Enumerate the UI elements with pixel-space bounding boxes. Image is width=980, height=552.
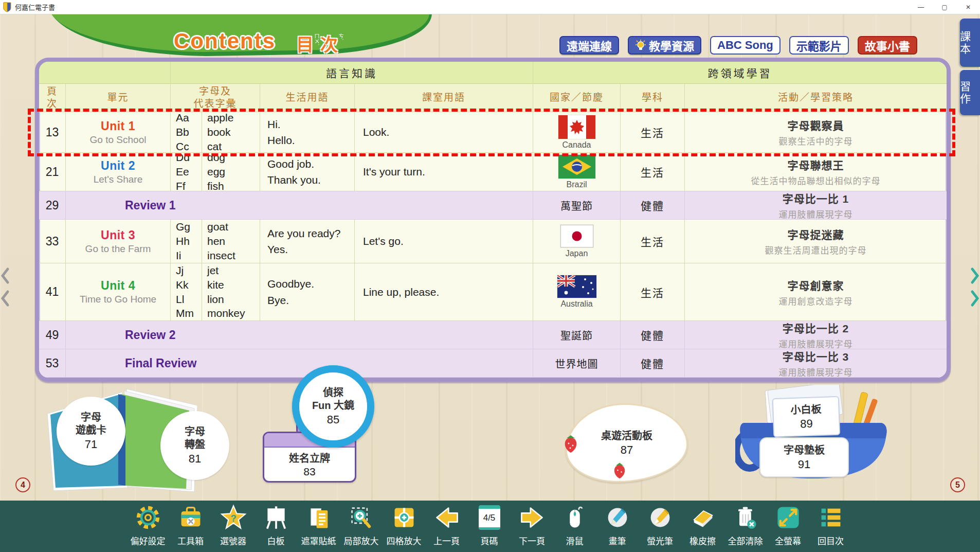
- app-logo-icon: [3, 2, 12, 12]
- unit-subtitle: Time to Go Home: [80, 294, 156, 305]
- deco-small-whiteboard: 小白板 89: [772, 396, 841, 437]
- trash-icon: [732, 503, 759, 532]
- table-row-unit4[interactable]: 41 Unit 4Time to Go Home Jj Kk Ll Mm jet…: [39, 263, 947, 321]
- flag-canada-icon: [558, 115, 595, 139]
- col-activity: 活動／學習策略: [685, 84, 947, 112]
- unit-subtitle: Go to School: [90, 134, 147, 146]
- printed-page-number-right: 5: [950, 477, 965, 492]
- unit-subtitle: Let's Share: [94, 174, 143, 185]
- fullscreen-icon: [775, 503, 802, 532]
- unit-name: Unit 4: [101, 279, 135, 293]
- tool-clear-all[interactable]: 全部清除: [724, 503, 767, 547]
- arrow-right-icon: [519, 503, 546, 532]
- col-letters: 字母及 代表字彙: [171, 84, 260, 112]
- flag-brazil-icon: [558, 155, 595, 179]
- tool-fullscreen[interactable]: 全螢幕: [767, 503, 809, 547]
- window-titlebar: 何嘉仁電子書 — ▢ ✕: [0, 0, 980, 14]
- sticky-note-icon: [305, 503, 332, 532]
- tab-workbook[interactable]: 習作: [960, 70, 980, 115]
- unit-name: Unit 2: [101, 159, 135, 173]
- flag-australia-icon: [557, 275, 596, 298]
- strawberry-icon: [561, 433, 580, 454]
- table-row-review1[interactable]: 29 Review 1 萬聖節 健體 字母比一比 1運用肢體展現字母: [39, 191, 947, 220]
- page-indicator: 4/5: [479, 503, 500, 532]
- ebook-app-window: 何嘉仁電子書 — ▢ ✕ Contents 目ㄇㄨˋ 次ㄘˋ 遠端連線 教學資源: [0, 0, 980, 552]
- contents-table: 語言知識 跨領域學習 頁次 單元 字母及 代表字彙 生活用語 課室用語 國家／節…: [35, 58, 951, 382]
- tool-prev-page[interactable]: 上一頁: [425, 503, 468, 547]
- tool-eraser[interactable]: 橡皮擦: [681, 503, 724, 547]
- tool-preferences[interactable]: 偏好設定: [126, 503, 169, 547]
- tool-partial-zoom[interactable]: 局部放大: [340, 503, 383, 547]
- header-toolbar: 遠端連線 教學資源 ABC Song 示範影片 故事小書: [559, 36, 917, 55]
- col-page: 頁次: [39, 84, 66, 112]
- deco-letter-mat: 字母墊板 91: [759, 437, 849, 477]
- prev-page-edge-icon[interactable]: [0, 266, 10, 311]
- col-country: 國家／節慶: [533, 84, 621, 112]
- tool-pen[interactable]: 畫筆: [596, 503, 639, 547]
- story-book-button[interactable]: 故事小書: [858, 36, 917, 55]
- teaching-resources-button[interactable]: 教學資源: [628, 36, 701, 55]
- star-icon: ?: [220, 503, 247, 532]
- tool-page-number[interactable]: 4/5 頁碼: [468, 503, 511, 547]
- remote-connect-button[interactable]: 遠端連線: [559, 36, 619, 55]
- contents-title-zh: 目ㄇㄨˋ 次ㄘˋ: [296, 31, 343, 56]
- tool-quad-zoom[interactable]: 四格放大: [383, 503, 425, 547]
- table-column-header: 頁次 單元 字母及 代表字彙 生活用語 課室用語 國家／節慶 學科 活動／學習策…: [39, 84, 947, 112]
- printed-page-number-left: 4: [15, 477, 30, 492]
- demo-video-button[interactable]: 示範影片: [789, 36, 849, 55]
- highlighter-icon: [647, 503, 674, 532]
- minimize-button[interactable]: —: [909, 0, 933, 14]
- deco-letter-wheel: 字母 轉盤 81: [160, 411, 229, 480]
- table-group-header: 語言知識 跨領域學習: [39, 62, 947, 84]
- pen-icon: [604, 503, 631, 532]
- table-row-unit1[interactable]: 13 Unit 1Go to School Aa Bb Cc apple boo…: [39, 112, 947, 153]
- table-row-final-review[interactable]: 53 Final Review 世界地圖 健體 字母比一比 3運用肢體展現字母: [39, 349, 947, 378]
- maximize-button[interactable]: ▢: [933, 0, 956, 14]
- area-magnifier-icon: [348, 503, 375, 532]
- strawberry-icon: [611, 461, 628, 479]
- window-title: 何嘉仁電子書: [15, 2, 55, 12]
- tool-number-picker[interactable]: ? 選號器: [212, 503, 255, 547]
- eraser-icon: [689, 503, 716, 532]
- bottom-toolbar: 偏好設定 工具箱 ?: [0, 501, 980, 552]
- table-row-unit3[interactable]: 33 Unit 3Go to the Farm Gg Hh Ii goat he…: [39, 220, 947, 263]
- flag-japan-icon: [560, 225, 593, 247]
- group-cross-domain: 跨領域學習: [533, 62, 947, 84]
- easel-icon: [263, 503, 289, 532]
- unit-subtitle: Go to the Farm: [85, 243, 151, 255]
- tab-textbook[interactable]: 課本: [960, 19, 980, 67]
- table-row-unit2[interactable]: 21 Unit 2Let's Share Dd Ee Ff dog egg fi…: [39, 153, 947, 191]
- col-unit: 單元: [66, 84, 171, 112]
- tool-highlighter[interactable]: 螢光筆: [639, 503, 681, 547]
- contents-title: Contents 目ㄇㄨˋ 次ㄘˋ: [174, 29, 343, 56]
- abc-song-button[interactable]: ABC Song: [710, 36, 781, 55]
- contents-title-en: Contents: [174, 29, 276, 54]
- next-page-edge-icon[interactable]: [970, 266, 980, 311]
- tool-next-page[interactable]: 下一頁: [511, 503, 553, 547]
- toolbox-icon: [177, 503, 204, 532]
- unit-name: Unit 1: [101, 119, 135, 133]
- table-row-review2[interactable]: 49 Review 2 聖誕節 健體 字母比一比 2運用肢體展現字母: [39, 321, 947, 349]
- mouse-icon: [561, 503, 588, 532]
- unit-name: Unit 3: [101, 228, 135, 242]
- lightbulb-icon: [635, 39, 646, 51]
- col-classroom: 課室用語: [355, 84, 533, 112]
- grid-magnifier-icon: [391, 503, 418, 532]
- tool-mouse[interactable]: 滑鼠: [553, 503, 596, 547]
- arrow-left-icon: [433, 503, 460, 532]
- deco-detective-magnifier: 偵探 Fun 大鏡 85: [292, 365, 374, 448]
- group-language-knowledge: 語言知識: [171, 62, 533, 84]
- col-life: 生活用語: [260, 84, 355, 112]
- tool-mask-sticker[interactable]: 遮罩貼紙: [297, 503, 340, 547]
- toc-list-icon: [818, 503, 844, 532]
- tool-whiteboard[interactable]: 白板: [255, 503, 297, 547]
- close-button[interactable]: ✕: [956, 0, 980, 14]
- svg-text:?: ?: [230, 513, 236, 524]
- gear-icon: [135, 503, 161, 532]
- col-subject: 學科: [621, 84, 685, 112]
- tool-back-to-contents[interactable]: 回目次: [809, 503, 852, 547]
- deco-letter-game-cards: 字母 遊戲卡 71: [57, 397, 125, 466]
- tool-toolbox[interactable]: 工具箱: [169, 503, 212, 547]
